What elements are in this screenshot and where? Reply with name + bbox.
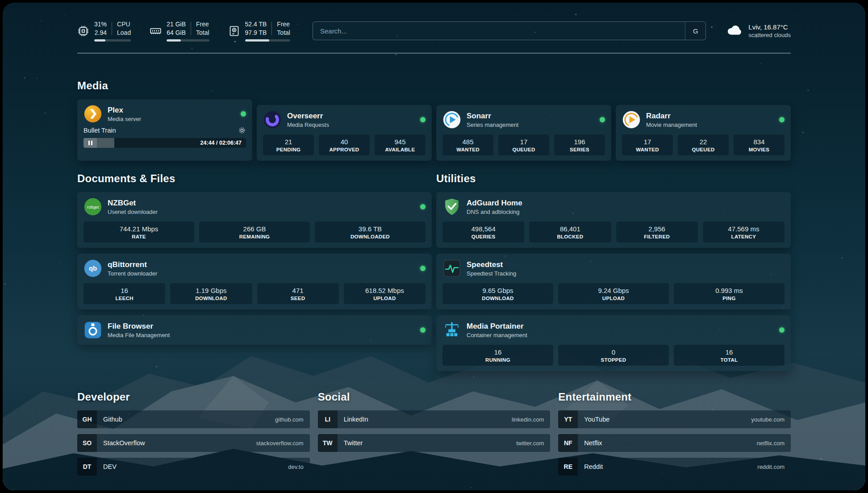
bookmark-abbr: GH: [77, 410, 97, 428]
weather-condition: scattered clouds: [748, 32, 791, 38]
card-sonarr[interactable]: Sonarr Series management 485WANTED 17QUE…: [436, 105, 611, 161]
portainer-icon: [442, 321, 461, 339]
bookmark-abbr: SO: [77, 434, 97, 452]
ram-monitor: 21 GiB 64 GiB Free Total: [150, 20, 209, 41]
cpu-monitor: 31% 2.94 CPU Load: [77, 20, 131, 41]
bookmark-url: github.com: [275, 416, 310, 423]
stat-download: 1.19 GbpsDOWNLOAD: [170, 283, 252, 304]
bookmark-abbr: RE: [558, 458, 578, 476]
bookmark-twitter[interactable]: TW Twitter twitter.com: [318, 434, 551, 452]
stat-blocked: 86,401BLOCKED: [529, 221, 611, 242]
card-plex[interactable]: Plex Media server Bullet Train: [77, 99, 252, 161]
stat-series: 196SERIES: [554, 134, 605, 155]
monitor-divider: [112, 22, 112, 35]
plex-player-bar[interactable]: 24:44 / 02:06:47: [83, 138, 246, 148]
cpu-load-value: 2.94: [94, 29, 107, 37]
service-subtitle: Usenet downloader: [108, 209, 158, 215]
status-dot: [241, 111, 246, 117]
card-portainer[interactable]: Media Portainer Container management 16R…: [436, 315, 791, 371]
gear-icon[interactable]: [238, 126, 246, 134]
service-name: Plex: [108, 105, 141, 115]
stat-queued: 17QUEUED: [498, 134, 549, 155]
service-name: Radarr: [646, 111, 697, 121]
monitor-divider: [271, 22, 272, 35]
search-bar: G: [313, 21, 706, 40]
bookmark-group-developer: Developer GH Github github.com SO StackO…: [77, 391, 310, 481]
section-documents-files: Documents & Files nzbget NZBGet Usenet d…: [77, 172, 432, 371]
playback-time: 24:44 / 02:06:47: [200, 140, 246, 146]
stat-filtered: 2,956FILTERED: [616, 221, 698, 242]
social-group-title: Social: [318, 391, 551, 403]
status-dot: [420, 327, 426, 333]
bookmark-stackoverflow[interactable]: SO StackOverflow stackoverflow.com: [77, 434, 310, 452]
stat-running: 16RUNNING: [442, 345, 553, 366]
card-filebrowser[interactable]: File Browser Media File Management: [77, 315, 432, 345]
filebrowser-icon: [83, 321, 102, 339]
cpu-label-bottom: Load: [117, 29, 131, 37]
nzbget-icon: nzbget: [83, 197, 102, 216]
ram-total-value: 64 GiB: [167, 29, 186, 37]
bookmark-name: LinkedIn: [338, 416, 368, 423]
bookmark-name: Github: [97, 416, 122, 423]
dashboard-screen: 31% 2.94 CPU Load: [3, 3, 865, 490]
bookmark-youtube[interactable]: YT YouTube youtube.com: [558, 410, 791, 428]
card-radarr[interactable]: Radarr Movie management 17WANTED 22QUEUE…: [616, 105, 791, 161]
service-name: Overseerr: [287, 111, 329, 121]
disk-progress-bar: [245, 39, 290, 42]
card-overseerr[interactable]: Overseerr Media Requests 21PENDING 40APP…: [257, 105, 432, 161]
card-qbittorrent[interactable]: qb qBittorrent Torrent downloader 16LEEC…: [77, 254, 432, 309]
bookmark-name: Reddit: [578, 463, 603, 470]
stat-approved: 40APPROVED: [319, 134, 370, 155]
bookmark-name: YouTube: [578, 416, 609, 423]
service-subtitle: Movie management: [646, 121, 697, 128]
service-name: Speedtest: [467, 260, 516, 269]
ram-free-value: 21 GiB: [167, 20, 186, 28]
bookmark-abbr: TW: [318, 434, 338, 452]
radarr-icon: [622, 110, 641, 129]
disk-icon: [228, 25, 240, 37]
stat-ping: 0.993 msPING: [674, 283, 785, 304]
entertainment-group-title: Entertainment: [558, 391, 791, 403]
bookmark-name: Twitter: [338, 439, 363, 447]
adguard-icon: [442, 197, 461, 216]
service-subtitle: DNS and adblocking: [467, 209, 522, 215]
service-name: NZBGet: [108, 198, 158, 208]
ram-label-top: Free: [196, 20, 209, 28]
search-input[interactable]: [313, 27, 685, 35]
service-subtitle: Media server: [108, 116, 141, 122]
bookmark-name: Netflix: [578, 439, 602, 447]
bookmark-linkedin[interactable]: LI LinkedIn linkedin.com: [318, 410, 551, 428]
pause-icon[interactable]: [83, 138, 97, 148]
disk-total-value: 97.9 TB: [245, 29, 267, 37]
bookmark-url: twitter.com: [516, 440, 550, 447]
section-utilities: Utilities AdGuard Home DNS and adblockin…: [436, 172, 791, 371]
qbittorrent-icon: qb: [83, 259, 102, 278]
card-speedtest[interactable]: Speedtest Speedtest Tracking 9.65 GbpsDO…: [436, 254, 791, 309]
bookmark-github[interactable]: GH Github github.com: [77, 410, 310, 428]
stat-stopped: 0STOPPED: [558, 345, 669, 366]
bookmark-dev[interactable]: DT DEV dev.to: [77, 458, 310, 476]
bookmark-name: StackOverflow: [97, 439, 145, 447]
bookmark-url: youtube.com: [751, 416, 791, 423]
cpu-usage-value: 31%: [94, 20, 107, 28]
cpu-progress-bar: [94, 39, 131, 42]
now-playing-title: Bullet Train: [83, 127, 116, 134]
stat-queries: 498,564QUERIES: [442, 221, 524, 242]
bookmark-group-entertainment: Entertainment YT YouTube youtube.com NF …: [558, 391, 791, 481]
bookmark-netflix[interactable]: NF Netflix netflix.com: [558, 434, 791, 452]
search-engine-button[interactable]: G: [685, 22, 705, 40]
service-name: AdGuard Home: [467, 198, 522, 208]
bookmark-url: stackoverflow.com: [256, 440, 309, 447]
bookmark-url: dev.to: [288, 464, 309, 470]
status-dot: [779, 327, 785, 333]
svg-text:qb: qb: [89, 265, 97, 272]
bookmark-reddit[interactable]: RE Reddit reddit.com: [558, 458, 791, 476]
stat-upload: 618.52 MbpsUPLOAD: [344, 283, 426, 304]
card-adguard[interactable]: AdGuard Home DNS and adblocking 498,564Q…: [436, 192, 791, 248]
card-nzbget[interactable]: nzbget NZBGet Usenet downloader 744.21 M…: [77, 192, 432, 248]
stat-downloaded: 39.6 TBDOWNLOADED: [315, 221, 426, 242]
status-dot: [600, 117, 605, 122]
dashboard-content: 31% 2.94 CPU Load: [3, 3, 865, 490]
service-subtitle: Torrent downloader: [108, 270, 157, 277]
bookmark-url: linkedin.com: [512, 416, 550, 423]
